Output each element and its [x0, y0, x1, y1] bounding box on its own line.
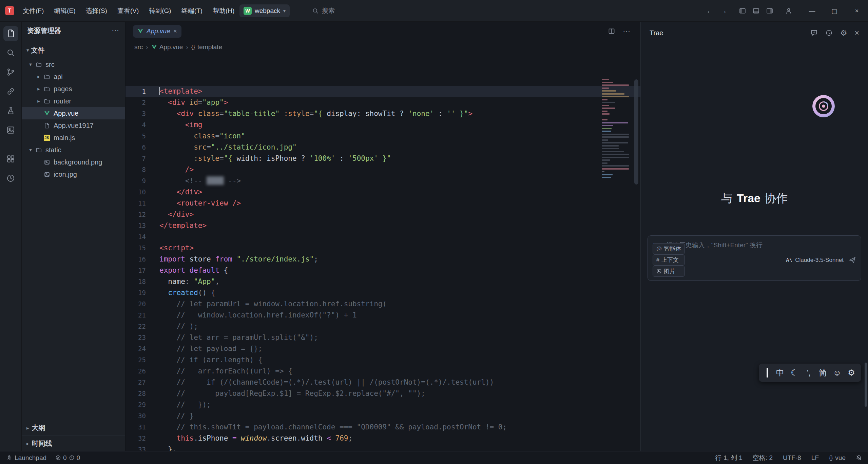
code-line-25[interactable]: 25 // if (arr.length) {: [126, 354, 640, 366]
ime-punctuation[interactable]: ’,: [802, 364, 816, 382]
chip-图片[interactable]: 图片: [653, 266, 685, 277]
ime-simplified[interactable]: 简: [816, 364, 830, 382]
menu-item-5[interactable]: 终端(T): [176, 0, 208, 22]
code-line-5[interactable]: 5 class="icon": [126, 131, 640, 142]
tree-item-static[interactable]: ▾static: [22, 144, 125, 156]
editor-scrollbar[interactable]: [634, 79, 638, 185]
model-selector[interactable]: A\ Claude-3.5-Sonnet: [786, 257, 844, 264]
tree-item-background-png[interactable]: background.png: [22, 156, 125, 168]
account-icon[interactable]: [782, 4, 795, 18]
ime-emoji[interactable]: ☺: [830, 364, 844, 382]
tree-item-src[interactable]: ▾src: [22, 58, 125, 71]
indent-setting[interactable]: 空格: 2: [753, 453, 773, 462]
activity-flask-icon[interactable]: [0, 101, 22, 120]
toggle-bottom-panel-icon[interactable]: [749, 4, 763, 18]
chip-智能体[interactable]: @智能体: [653, 243, 685, 254]
ime-settings[interactable]: ⚙: [844, 364, 859, 382]
code-line-24[interactable]: 24 // let payload = {};: [126, 343, 640, 354]
code-line-26[interactable]: 26 // arr.forEach((url) => {: [126, 366, 640, 377]
tree-item-main-js[interactable]: JSmain.js: [22, 132, 125, 144]
notifications-button[interactable]: [856, 455, 862, 461]
ime-chinese-mode[interactable]: 中: [773, 364, 787, 382]
code-line-17[interactable]: 17export default {: [126, 265, 640, 276]
activity-explorer-icon[interactable]: [0, 24, 22, 43]
code-line-20[interactable]: 20 // let paramUrl = window.location.hre…: [126, 298, 640, 310]
menu-item-1[interactable]: 编辑(E): [49, 0, 80, 22]
outline-section[interactable]: ▸ 大纲: [22, 420, 125, 436]
code-line-27[interactable]: 27 // if (/(channelCode)=(.*)/.test(url)…: [126, 377, 640, 388]
menu-item-0[interactable]: 文件(F): [18, 0, 49, 22]
code-line-12[interactable]: 12 </div>: [126, 209, 640, 220]
code-line-4[interactable]: 4 <img: [126, 119, 640, 131]
tree-item-router[interactable]: ▸router: [22, 95, 125, 107]
files-section-header[interactable]: ▾ 文件: [22, 44, 125, 56]
toggle-right-panel-icon[interactable]: [763, 4, 776, 18]
tree-item-pages[interactable]: ▸pages: [22, 83, 125, 95]
tree-item-app-vue[interactable]: App.vue: [22, 107, 125, 119]
editor-more-icon[interactable]: ⋯: [623, 27, 631, 36]
ime-moon[interactable]: ☾: [787, 364, 802, 382]
timeline-section[interactable]: ▸ 时间线: [22, 436, 125, 451]
project-selector[interactable]: W webpack ▾: [239, 4, 290, 17]
close-tab-icon[interactable]: ×: [173, 27, 177, 35]
code-line-19[interactable]: 19 created() {: [126, 287, 640, 298]
menu-item-2[interactable]: 选择(S): [81, 0, 112, 22]
code-line-8[interactable]: 8 />: [126, 164, 640, 175]
activity-extensions-icon[interactable]: [0, 149, 22, 169]
code-line-10[interactable]: 10 </div>: [126, 187, 640, 198]
minimap[interactable]: [602, 79, 630, 180]
code-line-30[interactable]: 30 // }: [126, 410, 640, 422]
code-line-23[interactable]: 23 // let arr = paramUrl.split("&");: [126, 332, 640, 343]
code-line-18[interactable]: 18 name: "App",: [126, 276, 640, 287]
tab-app-vue[interactable]: App.vue ×: [133, 25, 181, 38]
code-line-15[interactable]: 15<script>: [126, 243, 640, 254]
close-window-button[interactable]: ×: [846, 0, 868, 22]
send-icon[interactable]: [848, 256, 856, 264]
language-mode[interactable]: {} vue: [829, 454, 846, 462]
back-button[interactable]: ←: [703, 4, 717, 18]
code-line-3[interactable]: 3 <div class="table-title" :style="{ dis…: [126, 108, 640, 119]
code-line-32[interactable]: 32 this.isPhone = window.screen.width < …: [126, 433, 640, 444]
menu-item-4[interactable]: 转到(G): [144, 0, 176, 22]
menu-item-3[interactable]: 查看(V): [112, 0, 144, 22]
code-line-11[interactable]: 11 <router-view />: [126, 198, 640, 209]
code-line-13[interactable]: 13</template>: [126, 220, 640, 231]
code-line-14[interactable]: 14: [126, 231, 640, 243]
code-line-21[interactable]: 21 // window.location.href.indexOf("?") …: [126, 310, 640, 321]
panel-scrollbar[interactable]: [865, 363, 867, 407]
activity-history-icon[interactable]: [0, 169, 22, 188]
tree-item-icon-jpg[interactable]: icon.jpg: [22, 168, 125, 180]
activity-link-icon[interactable]: [0, 82, 22, 101]
tree-item-app-vue1917[interactable]: App.vue1917: [22, 119, 125, 132]
code-line-1[interactable]: 1<template>: [126, 86, 640, 97]
code-line-22[interactable]: 22 // );: [126, 321, 640, 332]
code-line-2[interactable]: 2 <div id="app">: [126, 97, 640, 108]
new-chat-icon[interactable]: [810, 29, 818, 37]
breadcrumb-item-app-vue[interactable]: App.vue: [151, 43, 183, 51]
chip-上下文[interactable]: #上下文: [653, 254, 685, 266]
activity-search-icon[interactable]: [0, 43, 22, 62]
menu-item-6[interactable]: 帮助(H): [208, 0, 239, 22]
forward-button[interactable]: →: [717, 4, 730, 18]
code-line-31[interactable]: 31 // this.showTit = payload.channelCode…: [126, 422, 640, 433]
launchpad-button[interactable]: Launchpad: [6, 454, 46, 462]
maximize-button[interactable]: ▢: [823, 0, 846, 22]
code-line-16[interactable]: 16import store from "./store/index.js";: [126, 254, 640, 265]
breadcrumb-item-template[interactable]: {}template: [191, 43, 222, 51]
split-editor-icon[interactable]: [608, 27, 615, 35]
breadcrumb-item-src[interactable]: src: [134, 43, 143, 51]
code-line-28[interactable]: 28 // payload[RegExp.$1] = RegExp.$2.rep…: [126, 388, 640, 399]
eol-setting[interactable]: LF: [811, 454, 819, 462]
explorer-more-icon[interactable]: ⋯: [112, 26, 120, 35]
close-panel-icon[interactable]: ×: [855, 29, 859, 37]
code-line-7[interactable]: 7 :style="{ width: isPhone ? '100%' : '5…: [126, 153, 640, 164]
cursor-position[interactable]: 行 1, 列 1: [715, 453, 742, 462]
code-line-33[interactable]: 33 },: [126, 444, 640, 451]
chat-settings-icon[interactable]: ⚙: [840, 29, 847, 37]
encoding-setting[interactable]: UTF-8: [783, 454, 801, 462]
ime-caret[interactable]: [761, 364, 773, 382]
code-line-29[interactable]: 29 // });: [126, 399, 640, 410]
problems-button[interactable]: 0 0: [55, 454, 80, 462]
chat-input[interactable]: "↑↓" 切换历史输入，"Shift+Enter" 换行 @智能体#上下文图片 …: [648, 235, 861, 281]
tree-item-api[interactable]: ▸api: [22, 71, 125, 83]
